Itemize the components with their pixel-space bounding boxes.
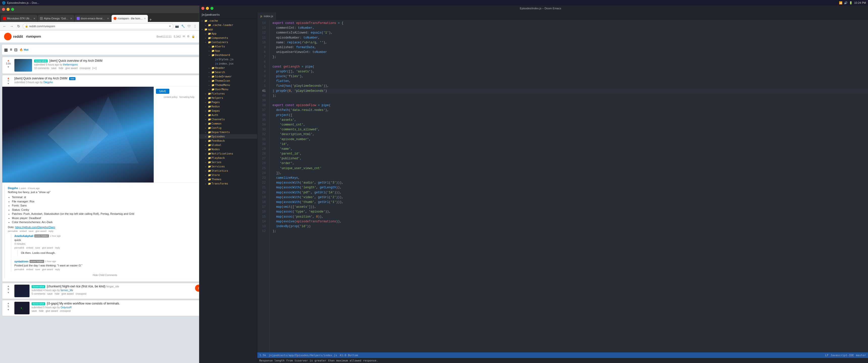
view-compact-icon[interactable]: ⊟	[14, 47, 18, 52]
reply-action-diegpho[interactable]: reply	[49, 230, 54, 232]
tree-item-store[interactable]: ▸ 📁 Store	[199, 173, 257, 177]
comment-author-amelio[interactable]: AmelioAakphali	[14, 235, 33, 237]
post-night-owl[interactable]: ▲ 9 ▼ Screenshot [chunkwm] Night-owl ric…	[2, 283, 199, 299]
embed-amelio[interactable]: embed	[26, 246, 33, 249]
new-tab-button[interactable]: +	[148, 18, 153, 22]
upvote-icon-1[interactable]: ▲	[7, 59, 9, 62]
view-card-icon[interactable]: ▦	[4, 47, 8, 52]
editor-tab-index-js[interactable]: js index.js	[257, 12, 277, 20]
tree-item-header[interactable]: ▸ 📁 Header	[199, 66, 257, 70]
comments-link-1[interactable]: 10 comments	[34, 67, 49, 70]
tree-item-auth[interactable]: ▸ 📁 Auth	[199, 113, 257, 117]
save-link-1[interactable]: save	[51, 67, 57, 70]
tab-reddit[interactable]: r/unixporn - the home... ✕	[112, 15, 148, 22]
tree-item-dashboard[interactable]: ▾ 📁 Dashboard	[199, 53, 257, 57]
tree-item-cache[interactable]: ▾ 📁 .cache	[199, 19, 257, 23]
address-bar[interactable]: 🔒 reddit.com/r/unixporn ★	[23, 23, 173, 29]
code-content[interactable]: 14 13 12 11 10 9 8 7 6 5 4 3 2 1	[257, 20, 868, 353]
reply-amelio[interactable]: reply	[55, 246, 60, 249]
tree-item-styles-js[interactable]: js Styles.js	[199, 57, 257, 62]
tree-item-nodes[interactable]: ▸ 📁 Nodes	[199, 147, 257, 152]
extension-icon-3[interactable]: 🛡	[186, 24, 191, 29]
tree-item-transforms[interactable]: ▸ 📁 Transforms	[199, 182, 257, 186]
settings-icon[interactable]: ⚙	[187, 35, 189, 38]
tree-item-redux[interactable]: ▸ 📁 Redux	[199, 104, 257, 109]
hide-comments-button[interactable]: Hide Child Comments	[8, 273, 199, 277]
tree-item-services[interactable]: ▸ 📁 Services	[199, 164, 257, 169]
dots-url[interactable]: https://github.com/Diegpho/Dwm	[15, 226, 55, 229]
tree-item-series[interactable]: ▸ 📁 Series	[199, 160, 257, 164]
expand-icon-1[interactable]: ⤢	[199, 59, 199, 72]
embed-action-diegpho[interactable]: embed	[20, 230, 27, 232]
give-award-link-1[interactable]: give award	[65, 67, 78, 70]
tab-alpha-omega[interactable]: Alpha-Omega: 'Goliatt... ✕	[38, 15, 74, 22]
tree-item-sagas[interactable]: ▸ 📁 Sagas	[199, 109, 257, 113]
view-list-icon[interactable]: ≡	[10, 47, 12, 52]
comment-author-diegpho[interactable]: Diegpho	[8, 187, 18, 190]
give-award-amelio[interactable]: give award	[42, 246, 53, 249]
tree-item-global[interactable]: ▸ 📁 Global	[199, 143, 257, 147]
downvote-icon-1[interactable]: ▼	[7, 66, 9, 68]
give-award-i3gaps[interactable]: give award	[46, 309, 58, 312]
tree-item-playback[interactable]: ▸ 📁 Playback	[199, 156, 257, 160]
expanded-downvote-icon[interactable]: ▼	[7, 82, 9, 85]
tree-item-channels[interactable]: ▸ 📁 Channels	[199, 117, 257, 122]
expanded-collapse-icon[interactable]: ⤢	[199, 77, 199, 85]
save-i3gaps[interactable]: save	[32, 309, 37, 312]
downvote-icon-i3gaps[interactable]: ▼	[7, 308, 9, 311]
save-night-owl[interactable]: save	[47, 292, 53, 295]
hide-i3gaps[interactable]: hide	[39, 309, 44, 312]
emacs-minimize-button[interactable]	[206, 7, 209, 10]
code-lines[interactable]: export const episodeTransformations = { …	[270, 20, 868, 353]
tree-item-index-jsx[interactable]: js index.jsx	[199, 62, 257, 66]
downvote-icon-night-owl[interactable]: ▼	[7, 291, 9, 294]
tree-item-search[interactable]: ▸ 📁 Search	[199, 70, 257, 74]
tree-item-helpers[interactable]: ▸ 📁 Helpers	[199, 96, 257, 100]
reload-button[interactable]: ↻	[16, 23, 22, 29]
tree-item-pages[interactable]: ▸ 📁 Pages	[199, 100, 257, 104]
crosspost-i3gaps[interactable]: crosspost	[60, 309, 71, 312]
inbox-icon[interactable]: ✉	[183, 35, 185, 38]
hide-link-1[interactable]: hide	[59, 67, 63, 70]
permalink-amelio[interactable]: permalink	[14, 246, 24, 249]
give-award-syntadriven[interactable]: give award	[42, 268, 53, 271]
tree-item-app-app[interactable]: ▸ 📁 App	[199, 32, 257, 36]
maximize-window-button[interactable]	[11, 8, 14, 11]
hide-night-owl[interactable]: hide	[55, 292, 60, 295]
forward-button[interactable]: →	[8, 23, 14, 29]
save-post-button[interactable]: SAVE	[156, 89, 169, 94]
post-item-1[interactable]: ▲ 3.5k ▼ Screenshot [dwm] Quick overview…	[2, 57, 199, 74]
emacs-maximize-button[interactable]	[211, 7, 214, 10]
settings-icon[interactable]: ⋮	[192, 24, 197, 29]
crosspost-link-1[interactable]: crosspost	[80, 67, 90, 70]
subreddit-name[interactable]: r/unixporn	[26, 35, 41, 38]
extension-icon-1[interactable]: 📷	[174, 24, 179, 29]
tree-item-statistics[interactable]: ▸ 📁 Statistics	[199, 169, 257, 173]
tab-doom-emacs[interactable]: doom-emacs-literate-c... ✕	[75, 15, 111, 22]
tree-item-components[interactable]: ▸ 📁 Components	[199, 36, 257, 40]
crosspost-night-owl[interactable]: crosspost	[76, 292, 87, 295]
tab-close-alpha-omega[interactable]: ✕	[70, 17, 72, 20]
tree-item-containers-app[interactable]: ▸ 📁 App	[199, 48, 257, 53]
more-link-1[interactable]: [+c]	[92, 67, 96, 70]
tab-close-microtubes[interactable]: ✕	[33, 17, 35, 20]
embed-syntadriven[interactable]: embed	[26, 268, 33, 271]
permalink-action-diegpho[interactable]: permalink	[8, 230, 18, 232]
post-i3gaps[interactable]: ▲ 5 ▼ $_ Screenshot [i3-gaps] My entire …	[2, 300, 199, 316]
comment-author-syntadriven[interactable]: syntadriven	[14, 260, 29, 263]
tree-item-departments[interactable]: ▸ 📁 Departments	[199, 130, 257, 134]
emacs-close-button[interactable]	[202, 7, 205, 10]
extension-icon-2[interactable]: 🔧	[180, 24, 185, 29]
expanded-upvote-icon[interactable]: ▲	[7, 77, 9, 79]
tree-item-sidedrawer[interactable]: ▸ 📁 SideDrawer	[199, 74, 257, 79]
tree-item-feedback[interactable]: ▸ 📁 Feedback	[199, 139, 257, 143]
tree-item-notifications[interactable]: ▸ 📁 Notifications	[199, 152, 257, 156]
tree-item-usermenu[interactable]: ▸ 📁 UserMenu	[199, 87, 257, 92]
tree-item-app[interactable]: ▾ 📁 app	[199, 27, 257, 32]
minimize-window-button[interactable]	[6, 8, 9, 11]
give-award-action-diegpho[interactable]: give award	[36, 230, 47, 232]
tab-close-reddit[interactable]: ✕	[144, 17, 146, 20]
back-button[interactable]: ←	[1, 23, 7, 29]
tree-item-alerts[interactable]: ▸ 📁 Alerts	[199, 44, 257, 48]
reply-syntadriven[interactable]: reply	[55, 268, 60, 271]
